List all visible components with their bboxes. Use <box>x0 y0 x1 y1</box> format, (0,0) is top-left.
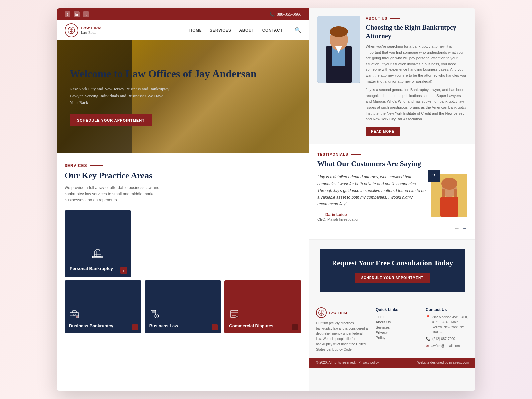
linkedin-icon[interactable]: in <box>74 11 80 17</box>
about-text: ABOUT US Choosing the Right Bankrutpcy A… <box>366 16 467 136</box>
services-description: We provide a full array of affordable bu… <box>65 185 164 204</box>
business-law-arrow[interactable]: › <box>212 324 218 330</box>
business-law-icon <box>149 309 217 321</box>
cta-section: Request Your Free Consultation Today SCH… <box>320 249 465 292</box>
logo-icon <box>65 23 78 37</box>
top-bar: f in t 📞 888-355-0666 <box>57 8 309 20</box>
nav-services[interactable]: SERVICES <box>210 28 231 33</box>
testimonial-prev-arrow[interactable]: ← <box>454 225 460 231</box>
about-desc-2: Jay is a second generation Bankruptcy la… <box>366 87 467 122</box>
about-tag-line <box>390 18 400 19</box>
testimonials-tag: TESTIMONIALS <box>317 152 467 156</box>
social-links: f in t <box>65 11 89 17</box>
personal-bankruptcy-icon <box>70 247 126 263</box>
footer-link-about[interactable]: About Us <box>376 320 419 324</box>
footer-logo-column: LAW FIRM Our firm proudly practices bank… <box>316 307 369 352</box>
phone-footer-icon: 📞 <box>426 337 430 341</box>
testimonial-arrows: ← → <box>317 225 467 231</box>
personal-bankruptcy-arrow[interactable]: › <box>120 267 127 274</box>
svg-rect-4 <box>94 251 101 256</box>
service-card-business-law[interactable]: Business Law › <box>145 280 221 333</box>
personal-bankruptcy-title: Personal Bankruptcy <box>70 266 126 272</box>
email-icon: ✉ <box>426 344 429 348</box>
quote-icon: " <box>428 170 440 182</box>
facebook-icon[interactable]: f <box>65 11 70 17</box>
hero-content: Welcome to Law Offices of Jay Andersan N… <box>57 67 270 126</box>
footer-address-text: 382 Madison Ave. 3400, # 711, & 45, Main… <box>432 315 469 334</box>
commercial-disputes-arrow[interactable]: › <box>292 324 298 330</box>
about-image <box>317 16 360 83</box>
about-tag: ABOUT US <box>366 16 467 20</box>
footer-link-privacy[interactable]: Privacy <box>376 331 419 334</box>
service-cards-row2: Business Bankruptcy › <box>65 280 301 333</box>
services-tag-label: SERVICES <box>65 163 87 168</box>
about-section: ABOUT US Choosing the Right Bankrutpcy A… <box>309 8 475 144</box>
svg-rect-10 <box>73 314 75 315</box>
about-tag-label: ABOUT US <box>366 16 387 20</box>
footer-link-services[interactable]: Services <box>376 325 419 329</box>
nav-contact[interactable]: CONTACT <box>262 28 283 33</box>
footer-section: LAW FIRM Our firm proudly practices bank… <box>309 302 475 358</box>
logo-area: LAW FIRM Law Firm <box>65 23 102 37</box>
hero-section: Welcome to Law Offices of Jay Andersan N… <box>57 40 309 153</box>
search-icon[interactable]: 🔍 <box>295 27 301 33</box>
nav-about[interactable]: ABOUT <box>239 28 254 33</box>
footer-links-title: Quick Links <box>376 307 419 312</box>
business-bankruptcy-title: Business Bankruptcy <box>69 323 137 329</box>
copyright-text: © 2020. All rights reserved. | Privacy p… <box>316 361 379 364</box>
about-title: Choosing the Right Bankrutpcy Attorney <box>366 23 467 40</box>
nav-bar: LAW FIRM Law Firm HOME SERVICES ABOUT CO… <box>57 20 309 40</box>
location-icon: 📍 <box>426 315 430 319</box>
testimonial-next-arrow[interactable]: → <box>462 225 467 231</box>
about-desc-1: When you're searching for a bankruptcy a… <box>366 44 467 84</box>
phone-number: 📞 888-355-0666 <box>269 12 301 17</box>
hero-cta-button[interactable]: SCHEDULE YOUR APPOINTMENT <box>70 114 152 126</box>
cta-container: Request Your Free Consultation Today SCH… <box>309 240 475 302</box>
service-card-business-bankruptcy[interactable]: Business Bankruptcy › <box>65 280 141 333</box>
service-cards-row1: Personal Bankruptcy › <box>65 210 301 277</box>
phone-icon: 📞 <box>269 12 275 17</box>
hero-title: Welcome to Law Offices of Jay Andersan <box>70 67 257 80</box>
testimonial-author-name: — Darin Luice <box>317 211 426 217</box>
bottom-bar: © 2020. All rights reserved. | Privacy p… <box>309 358 475 368</box>
footer-phone: 📞 (212) 687-7000 <box>426 336 469 341</box>
service-card-personal-bankruptcy[interactable]: Personal Bankruptcy › <box>65 210 131 277</box>
hero-subtitle: New York City and New Jersey Business an… <box>70 86 170 106</box>
business-bankruptcy-arrow[interactable]: › <box>132 324 138 330</box>
testimonial-author-role: CEO, Manali Investigation <box>317 217 426 221</box>
testimonial-content: "Jay is a detailed oriented attorney, wh… <box>317 174 467 221</box>
services-title: Our Key Practice Areas <box>65 171 301 181</box>
browser-frame: f in t 📞 888-355-0666 <box>57 8 475 391</box>
twitter-icon[interactable]: t <box>83 11 89 17</box>
nav-home[interactable]: HOME <box>189 28 202 33</box>
footer-link-policy[interactable]: Policy <box>376 336 419 340</box>
footer-logo-area: LAW FIRM <box>316 307 369 318</box>
footer-email-text: lawfirm@email.com <box>431 343 460 348</box>
services-tag: SERVICES <box>65 163 301 168</box>
read-more-button[interactable]: READ MORE <box>366 127 400 136</box>
footer-contact: Contact Us 📍 382 Madison Ave. 3400, # 71… <box>426 307 469 352</box>
testimonials-section: TESTIMONIALS What Our Customers Are Sayi… <box>309 144 475 240</box>
testimonial-quote: "Jay is a detailed oriented attorney, wh… <box>317 174 426 207</box>
cta-button[interactable]: SCHEDULE YOUR APPOINTMENT <box>355 273 430 283</box>
svg-point-32 <box>330 26 348 37</box>
svg-point-36 <box>441 178 457 190</box>
testimonials-tag-label: TESTIMONIALS <box>317 152 348 156</box>
right-column: ABOUT US Choosing the Right Bankrutpcy A… <box>309 8 475 391</box>
footer-address: 📍 382 Madison Ave. 3400, # 711, & 45, Ma… <box>426 315 469 334</box>
footer-logo-icon <box>316 307 327 318</box>
service-card-commercial-disputes[interactable]: Commercial Disputes › <box>224 280 301 333</box>
footer-link-home[interactable]: Home <box>376 315 419 319</box>
left-column: f in t 📞 888-355-0666 <box>57 8 309 391</box>
footer-quick-links: Quick Links Home About Us Services Priva… <box>376 307 419 352</box>
footer-logo-text: LAW FIRM <box>329 311 347 315</box>
services-section: SERVICES Our Key Practice Areas We provi… <box>57 153 309 391</box>
cta-title: Request Your Free Consultation Today <box>328 258 457 268</box>
commercial-disputes-icon <box>229 309 297 321</box>
footer-contact-title: Contact Us <box>426 307 469 312</box>
credit-text: Website designed by nifaireux.com <box>417 361 469 364</box>
testimonials-tag-line <box>351 154 361 155</box>
logo-text: LAW FIRM Law Firm <box>81 26 102 35</box>
footer-description: Our firm proudly practices bankruptcy la… <box>316 321 369 352</box>
testimonial-image-block: " <box>431 174 467 217</box>
